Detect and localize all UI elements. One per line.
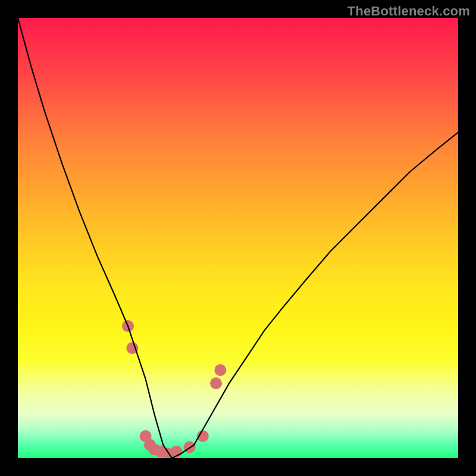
plot-svg: [18, 18, 458, 458]
marker-group: [122, 320, 226, 458]
main-curve: [18, 18, 458, 458]
plot-area: [18, 18, 458, 458]
watermark-text: TheBottleneck.com: [347, 4, 470, 19]
data-marker: [214, 364, 226, 376]
data-marker: [210, 377, 222, 389]
chart-container: TheBottleneck.com: [0, 0, 476, 476]
